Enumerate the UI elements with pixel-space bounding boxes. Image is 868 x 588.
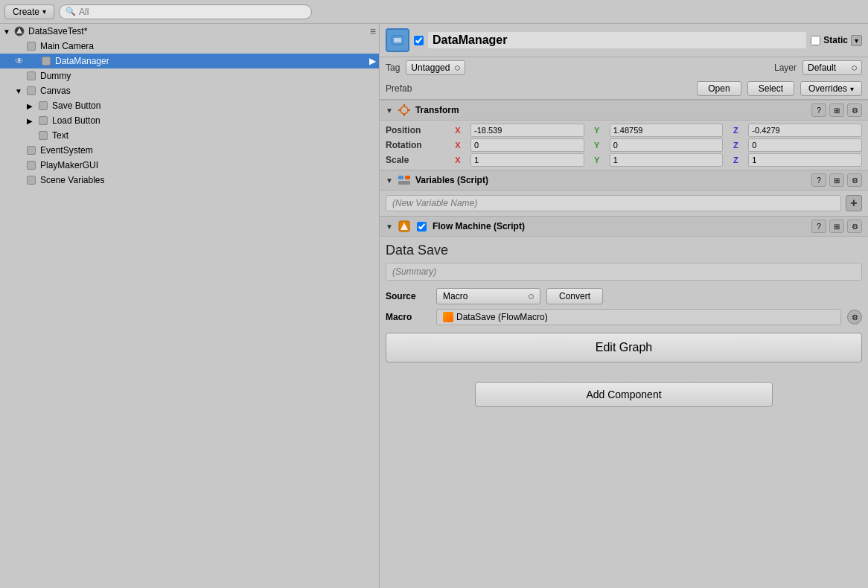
z-axis-label: Z — [724, 126, 747, 135]
svg-rect-11 — [398, 181, 410, 185]
z-axis-label-rot: Z — [724, 141, 747, 150]
flow-machine-title: Flow Machine (Script) — [433, 221, 807, 231]
transform-header[interactable]: ▼ Transform ? ⊞ ⚙ — [380, 100, 868, 121]
flow-machine-enabled-checkbox[interactable] — [417, 222, 427, 231]
tag-label: Tag — [386, 63, 400, 73]
transform-section: ▼ Transform ? ⊞ ⚙ — [380, 100, 868, 170]
layer-value: Default — [808, 63, 836, 73]
selected-arrow-icon: ▶ — [369, 56, 379, 66]
macro-value: DataSave (FlowMacro) — [456, 312, 548, 322]
hierarchy-item-loadbutton[interactable]: Load Button — [0, 113, 379, 128]
inspector-panel: Static ▾ Tag Untagged Layer Default Pref… — [380, 24, 868, 588]
transform-help-button[interactable]: ? — [811, 103, 826, 117]
add-variable-button[interactable]: + — [846, 195, 862, 211]
flow-machine-enabled-label[interactable] — [417, 222, 427, 231]
source-dropdown[interactable]: Macro — [436, 288, 540, 304]
position-z-input[interactable] — [748, 124, 862, 137]
transform-icon — [398, 103, 411, 117]
flow-machine-section: ▼ Flow Machine (Script) ? ⊞ ⚙ — [380, 216, 868, 374]
add-component-button[interactable]: Add Component — [475, 382, 773, 407]
cube-icon — [40, 55, 52, 67]
variables-header[interactable]: ▼ Variables (Script) ? ⊞ ⚙ — [380, 170, 868, 191]
transform-layout-button[interactable]: ⊞ — [829, 103, 844, 117]
hierarchy-item-maincamera[interactable]: Main Camera — [0, 39, 379, 54]
edit-graph-button[interactable]: Edit Graph — [386, 333, 862, 362]
variables-settings-button[interactable]: ⚙ — [847, 173, 862, 187]
hierarchy-item-dummy[interactable]: Dummy — [0, 68, 379, 83]
rotation-z-input[interactable] — [748, 138, 862, 152]
search-input[interactable] — [79, 7, 305, 17]
prefab-open-button[interactable]: Open — [697, 81, 741, 96]
static-dropdown-button[interactable]: ▾ — [851, 35, 862, 46]
scale-y-input[interactable] — [610, 153, 724, 167]
create-button[interactable]: Create — [4, 4, 54, 19]
hierarchy-item-scenevars[interactable]: Scene Variables — [0, 173, 379, 188]
transform-buttons: ? ⊞ ⚙ — [811, 103, 862, 117]
new-variable-input[interactable] — [386, 195, 841, 211]
prefab-label: Prefab — [386, 83, 412, 94]
y-axis-label-rot: Y — [586, 141, 608, 150]
macro-settings-button[interactable]: ⚙ — [847, 310, 862, 325]
tag-layer-row: Tag Untagged Layer Default — [380, 57, 868, 78]
flow-machine-header[interactable]: ▼ Flow Machine (Script) ? ⊞ ⚙ — [380, 217, 868, 237]
svg-rect-10 — [405, 176, 410, 179]
position-label: Position — [386, 125, 445, 135]
hierarchy-panel: DataSaveTest* ≡ Main Camera 👁 DataManage… — [0, 24, 380, 588]
enabled-checkbox-label[interactable] — [414, 36, 424, 45]
rotation-y-input[interactable] — [610, 138, 724, 152]
variables-layout-button[interactable]: ⊞ — [829, 173, 844, 187]
flow-machine-body: Data Save Source Macro Convert Macro D — [380, 237, 868, 374]
flow-machine-settings-button[interactable]: ⚙ — [847, 220, 862, 233]
collapse-arrow-icon: ▼ — [386, 176, 393, 185]
hierarchy-item-eventsystem[interactable]: EventSystem — [0, 143, 379, 158]
source-row: Source Macro Convert — [386, 288, 862, 304]
scale-x-input[interactable] — [470, 153, 584, 167]
hierarchy-item-playmakergui[interactable]: PlayMakerGUI — [0, 158, 379, 173]
item-label: Main Camera — [40, 41, 94, 51]
hierarchy-item-datamanager[interactable]: 👁 DataManager ▶ — [0, 54, 379, 68]
prefab-select-button[interactable]: Select — [747, 81, 794, 96]
hierarchy-item-text[interactable]: Text — [0, 128, 379, 143]
item-label: Text — [52, 130, 68, 141]
flow-machine-help-button[interactable]: ? — [811, 220, 826, 233]
item-label: Scene Variables — [40, 175, 105, 185]
transform-settings-button[interactable]: ⚙ — [847, 103, 862, 117]
flow-machine-name: Data Save — [386, 243, 862, 258]
cube-icon — [25, 70, 37, 82]
hierarchy-item-canvas[interactable]: Canvas — [0, 83, 379, 98]
y-axis-label: Y — [586, 126, 608, 135]
static-checkbox[interactable] — [811, 36, 820, 45]
item-label: DataManager — [55, 56, 109, 66]
cube-icon — [37, 100, 49, 112]
menu-icon[interactable]: ≡ — [370, 25, 376, 37]
transform-title: Transform — [415, 105, 807, 115]
hierarchy-item-datasavetest[interactable]: DataSaveTest* ≡ — [0, 24, 379, 39]
inspector-header: Static ▾ — [380, 24, 868, 57]
collapse-arrow-icon: ▼ — [386, 223, 393, 231]
enabled-checkbox[interactable] — [414, 36, 424, 45]
search-icon: 🔍 — [66, 7, 76, 16]
flow-summary-input[interactable] — [386, 263, 862, 281]
hierarchy-item-savebutton[interactable]: Save Button — [0, 98, 379, 113]
item-label: DataSaveTest* — [28, 26, 87, 36]
cube-icon — [25, 144, 37, 156]
y-axis-label-scale: Y — [586, 156, 608, 164]
prefab-overrides-button[interactable]: Overrides — [800, 81, 862, 96]
convert-button[interactable]: Convert — [546, 288, 603, 304]
unity-icon — [13, 25, 25, 37]
variables-help-button[interactable]: ? — [811, 173, 826, 187]
cube-icon — [37, 130, 49, 141]
flow-machine-layout-button[interactable]: ⊞ — [829, 220, 844, 233]
flow-macro-icon — [443, 312, 453, 322]
item-label: EventSystem — [40, 145, 93, 156]
layer-dropdown[interactable]: Default — [802, 60, 862, 75]
tag-dropdown[interactable]: Untagged — [406, 60, 465, 75]
position-x-input[interactable] — [470, 124, 584, 137]
object-name-input[interactable] — [428, 32, 806, 48]
scale-z-input[interactable] — [748, 153, 862, 167]
variables-title: Variables (Script) — [415, 175, 807, 185]
arrow-icon — [27, 102, 37, 110]
variables-section: ▼ Variables (Script) ? ⊞ ⚙ + — [380, 170, 868, 216]
position-y-input[interactable] — [610, 124, 724, 137]
rotation-x-input[interactable] — [470, 138, 584, 152]
